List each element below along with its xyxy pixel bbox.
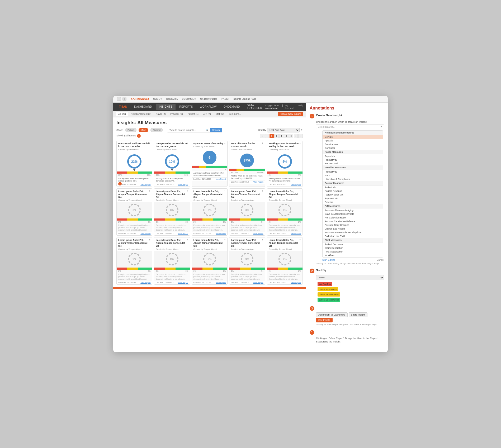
list-item-provider-productivity[interactable]: Productivity	[323, 170, 383, 174]
fpo-r2-5-viewreport[interactable]: View Report	[291, 232, 301, 234]
page-next-btn[interactable]: ›	[294, 134, 298, 138]
fpo-r3-1-viewreport[interactable]: View Report	[140, 282, 150, 283]
list-item-post-adj[interactable]: Post-Adjudication	[323, 250, 383, 254]
list-item-remittances[interactable]: Remittances	[323, 142, 383, 146]
annotation2-sort-select[interactable]: Select Last Run Date Current Value in Re…	[316, 275, 384, 280]
tab-provider[interactable]: Provider (6)	[168, 112, 185, 116]
card3-settings-icon[interactable]: ✦	[224, 142, 226, 145]
list-item-payer-productivity[interactable]: Productivity	[323, 158, 383, 162]
search-input[interactable]	[167, 128, 204, 132]
fpo-r2-2-settings[interactable]: ✦	[186, 190, 188, 192]
list-item-claim-gen[interactable]: Claim Generation	[323, 246, 383, 250]
card1-settings-icon[interactable]: ✦	[149, 142, 151, 145]
fpo-card-r2-4[interactable]: Lorem Ipsum Dolor Est, Aliqum Tempor Con…	[229, 188, 265, 236]
fpo-r3-5-settings[interactable]: ✦	[299, 239, 301, 241]
fpo-r2-5-settings[interactable]: ✦	[299, 190, 301, 192]
insight-card-1[interactable]: Unexpected Medicare Denials in the Last …	[116, 141, 152, 187]
add-to-dashboard-btn[interactable]: Add Insight to Dashboard	[316, 312, 348, 317]
fpo-card-r3-3[interactable]: Lorem Ipsum Dolor Est, Aliqum Tempor Con…	[192, 237, 228, 284]
search-button[interactable]: Search	[210, 128, 222, 132]
fpo-r3-5-viewreport[interactable]: View Report	[291, 282, 301, 283]
fpo-r3-2-viewreport[interactable]: View Report	[178, 282, 188, 283]
fpo-r2-1-viewreport[interactable]: View Report	[140, 232, 150, 234]
edit-insight-btn[interactable]: Edit Insight	[316, 318, 333, 322]
fpo-card-r2-2[interactable]: Lorem Ipsum Dolor Est, Aliqum Tempor Con…	[154, 188, 190, 236]
cancel-btn[interactable]: Cancel	[377, 259, 384, 261]
fpo-card-r2-3[interactable]: Lorem Ipsum Dolor Est, Aliqum Tempor Con…	[192, 188, 228, 236]
page-4-btn[interactable]: 4	[284, 134, 288, 138]
page-5-btn[interactable]: 5	[289, 134, 293, 138]
card4-settings-icon[interactable]: ✦	[262, 142, 264, 145]
list-item-payer-mix[interactable]: Payer Mix	[323, 154, 383, 158]
list-item-days-ar[interactable]: Days in Account Receivable	[323, 212, 383, 216]
insight-card-5[interactable]: Booking Status for Eastside Facility in …	[267, 141, 303, 187]
insight-card-2[interactable]: Unexpected BCBS Denials in the Current Q…	[154, 141, 190, 187]
show-public-btn[interactable]: Public	[125, 128, 136, 132]
list-item-ar-per-physician[interactable]: Accounts Receivable Per Physician	[323, 231, 383, 234]
list-item-appeals[interactable]: Appeals	[323, 139, 383, 142]
tab-all[interactable]: All (26)	[116, 112, 128, 116]
nav-workflow[interactable]: Workflow	[197, 104, 220, 110]
list-item-referral[interactable]: Referral	[323, 200, 383, 204]
card2-settings-icon[interactable]: ✦	[186, 142, 188, 145]
fpo-card-r3-2[interactable]: Lorem Ipsum Dolor Est, Aliqum Tempor Con…	[154, 237, 190, 284]
list-item-rvu[interactable]: RVU	[323, 174, 383, 177]
show-shared-btn[interactable]: Shared	[150, 128, 163, 132]
fpo-r3-2-settings[interactable]: ✦	[186, 239, 188, 241]
nav-dashboard[interactable]: Dashboard	[131, 104, 155, 110]
page-1-btn[interactable]: 1	[270, 134, 274, 138]
list-item-ar-aging[interactable]: Accounts Receivable Aging	[323, 208, 383, 212]
start-editing-btn[interactable]: Start Editing	[322, 259, 335, 261]
fpo-r3-4-viewreport[interactable]: View Report	[253, 282, 263, 283]
page-2-btn[interactable]: 2	[274, 134, 278, 138]
create-new-insight-btn[interactable]: Create New Insight	[278, 112, 303, 116]
fpo-r2-3-viewreport[interactable]: View Report	[216, 232, 226, 234]
fpo-card-r3-4[interactable]: Lorem Ipsum Dolor Est, Aliqum Tempor Con…	[229, 237, 265, 284]
list-item-charge-lag[interactable]: Charge Lag Report	[323, 227, 383, 231]
list-item-contracts[interactable]: Contracts	[323, 146, 383, 150]
card1-viewreport[interactable]: View Report	[140, 184, 150, 185]
card5-settings-icon[interactable]: ✦	[299, 142, 301, 145]
fpo-card-r3-5[interactable]: Lorem Ipsum Dolor Est, Aliqum Tempor Con…	[267, 237, 303, 284]
show-mine-btn[interactable]: Mine	[139, 128, 149, 132]
tab-payer[interactable]: Payer (2)	[154, 112, 168, 116]
list-item-patient-payer-mix[interactable]: Patient/Payer Mix	[323, 193, 383, 197]
my-account-link[interactable]: My Account	[285, 104, 294, 109]
nav-prev-btn[interactable]: ‹	[117, 97, 121, 101]
page-first-btn[interactable]: ‹‹	[260, 134, 264, 138]
list-item-workflow[interactable]: Workflow	[323, 254, 383, 257]
list-item-ar-balance[interactable]: Account Receivable Balance	[323, 220, 383, 223]
list-item-denials[interactable]: Denials	[323, 135, 383, 139]
fpo-r2-1-settings[interactable]: ✦	[149, 190, 151, 192]
fpo-card-r3-1[interactable]: Lorem Ipsum Dolor Est, Aliqum Tempor Con…	[116, 237, 152, 284]
fpo-r3-3-settings[interactable]: ✦	[224, 239, 226, 241]
list-item-patient-encounter[interactable]: Patient Encounter	[323, 242, 383, 246]
share-insight-btn[interactable]: Share Insight	[349, 312, 367, 317]
fpo-r3-1-settings[interactable]: ✦	[149, 239, 151, 241]
list-item-net-collection[interactable]: Net Collection Ratio	[323, 216, 383, 220]
page-3-btn[interactable]: 3	[279, 134, 283, 138]
tab-reimbursement[interactable]: Reimbursement (8)	[129, 112, 153, 116]
page-prev-btn[interactable]: ‹	[265, 134, 269, 138]
page-last-btn[interactable]: ››	[298, 134, 303, 138]
insight-card-3[interactable]: My Items In Workflow Today Created by Sv…	[192, 141, 228, 187]
nav-datatransfer[interactable]: Data Transfer	[244, 102, 265, 111]
card4-viewreport[interactable]: View Report	[253, 181, 263, 183]
help-link[interactable]: Help	[298, 104, 303, 109]
fpo-r2-3-settings[interactable]: ✦	[224, 190, 226, 192]
card2-viewreport[interactable]: View Report	[178, 184, 188, 185]
nav-reports[interactable]: Reports	[176, 104, 196, 110]
tab-patient[interactable]: Patient (1)	[186, 112, 201, 116]
nav-ondemand[interactable]: OnDemand	[220, 104, 243, 110]
list-item-payment-mix[interactable]: Payment Mix	[323, 197, 383, 200]
annotation1-dropdown[interactable]: Select an area... ▼	[316, 125, 384, 129]
fpo-card-r2-5[interactable]: Lorem Ipsum Dolor Est, Aliqum Tempor Con…	[267, 188, 303, 236]
list-item-patient-mix[interactable]: Patient Mix	[323, 185, 383, 189]
card3-viewreport[interactable]: View Report	[216, 178, 226, 180]
tab-ar[interactable]: A/R (7)	[201, 112, 213, 116]
insight-card-4[interactable]: Net Collections for the Current Month Cr…	[229, 141, 265, 187]
fpo-r2-4-viewreport[interactable]: View Report	[253, 232, 263, 234]
fpo-r2-2-viewreport[interactable]: View Report	[178, 232, 188, 234]
list-item-patient-revenue[interactable]: Patient Revenue	[323, 189, 383, 193]
card5-viewreport[interactable]: View Report	[291, 184, 301, 185]
